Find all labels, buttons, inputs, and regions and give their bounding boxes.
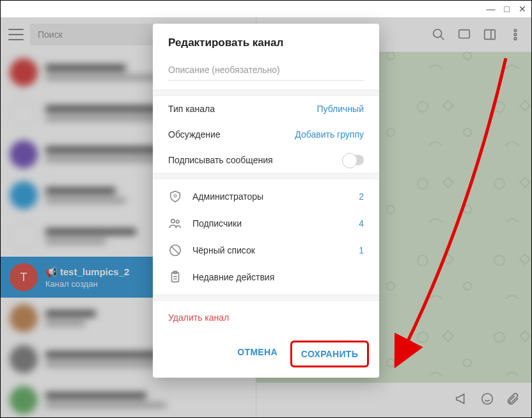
blacklist-label: Чёрный список	[192, 245, 348, 255]
admins-item[interactable]: Администраторы 2	[153, 183, 379, 210]
sign-messages-toggle[interactable]	[342, 155, 364, 165]
admins-label: Администраторы	[192, 191, 348, 202]
sign-messages-label: Подписывать сообщения	[168, 155, 273, 165]
channel-type-value[interactable]: Публичный	[317, 104, 364, 114]
window-titlebar: — □ ✕	[1, 1, 531, 17]
modal-backdrop: Редактировать канал Описание (необязател…	[1, 17, 531, 417]
minimize-button[interactable]: —	[487, 4, 496, 13]
blacklist-item[interactable]: Чёрный список 1	[153, 237, 379, 264]
channel-type-label: Тип канала	[168, 104, 215, 114]
recent-actions-label: Недавние действия	[192, 272, 364, 282]
maximize-button[interactable]: □	[505, 4, 510, 13]
blacklist-count: 1	[359, 245, 364, 255]
svg-point-7	[171, 220, 175, 223]
close-button[interactable]: ✕	[519, 4, 526, 13]
delete-channel-link[interactable]: Удалить канал	[153, 301, 379, 334]
subscribers-label: Подписчики	[192, 218, 348, 229]
shield-icon	[168, 189, 182, 204]
modal-title: Редактировать канал	[153, 24, 379, 58]
recent-actions-item[interactable]: Недавние действия	[153, 264, 379, 291]
description-input[interactable]: Описание (необязательно)	[168, 65, 364, 81]
edit-channel-modal: Редактировать канал Описание (необязател…	[153, 24, 379, 378]
sign-messages-row[interactable]: Подписывать сообщения	[153, 147, 379, 173]
channel-type-row[interactable]: Тип канала Публичный	[153, 96, 379, 122]
discussion-row[interactable]: Обсуждение Добавить группу	[153, 122, 379, 147]
admins-count: 2	[359, 191, 364, 202]
discussion-label: Обсуждение	[168, 129, 221, 140]
clipboard-icon	[168, 270, 182, 284]
subscribers-item[interactable]: Подписчики 4	[153, 210, 379, 237]
block-icon	[168, 243, 182, 257]
save-highlight: СОХРАНИТЬ	[290, 341, 369, 367]
save-button[interactable]: СОХРАНИТЬ	[292, 342, 367, 366]
discussion-value[interactable]: Добавить группу	[295, 129, 364, 140]
people-icon	[168, 216, 182, 230]
svg-point-8	[176, 220, 179, 223]
cancel-button[interactable]: ОТМЕНА	[228, 341, 286, 367]
subscribers-count: 4	[359, 218, 364, 229]
